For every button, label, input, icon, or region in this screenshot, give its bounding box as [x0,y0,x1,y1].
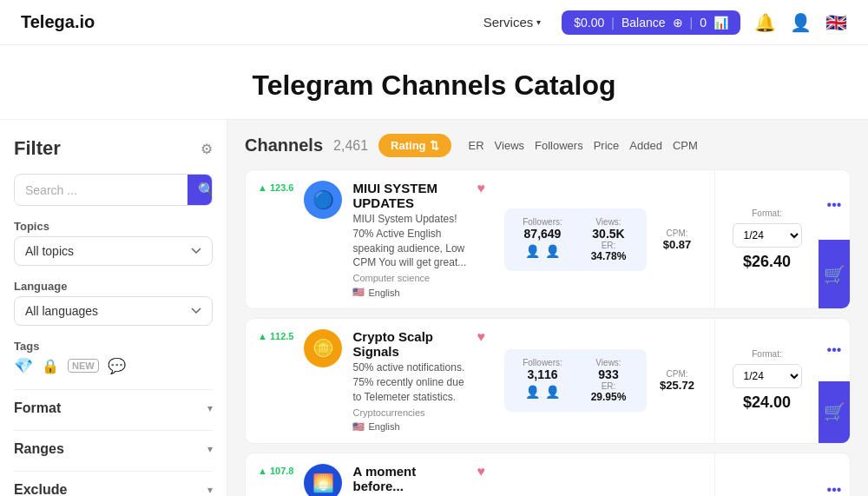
sort-added[interactable]: Added [629,139,662,152]
followers-value: 3,116 [527,367,557,381]
more-options-button[interactable]: ••• [819,453,850,496]
channel-card: ▲ 112.5 🪙 Crypto Scalp Signals 50% activ… [245,318,851,443]
sort-options: ER Views Followers Price Added CPM [469,139,698,152]
lang-text: English [368,421,399,432]
channel-rank: ▲ 107.8 [258,464,293,476]
format-label: Format: [752,349,781,359]
language-label: Language [14,280,213,293]
sort-er[interactable]: ER [469,139,484,152]
er-label: ER: [602,241,616,250]
stat-icons: 👤 👤 [525,244,560,258]
content-area: Channels 2,461 Rating ⇅ ER Views Followe… [227,120,868,496]
cpm-value: $25.72 [660,379,694,392]
channel-format: Format: 1/24 $29.99 [714,453,819,496]
main-layout: Filter ⚙ 🔍 Topics All topics Language Al… [0,120,868,496]
search-input[interactable] [15,176,187,204]
page-title: Telegram Channels Catalog [0,69,868,102]
channel-avatar: 🔵 [304,181,342,219]
channel-actions: ••• 🛒 [819,170,850,308]
views-value: 933 [598,367,618,381]
lock-tag-icon[interactable]: 🔒 [42,358,59,374]
channel-card: ▲ 107.8 🌅 A moment before... Limited 30%… [245,453,851,496]
stats-group: Followers: 3,116 👤 👤 Views: 933 ER: 29.9… [504,349,647,412]
followers-label: Followers: [523,358,562,367]
channel-avatar: 🪙 [304,329,342,367]
channel-desc: 50% active notifications. 75% recently o… [352,360,466,404]
search-box: 🔍 [14,174,213,206]
language-dropdown[interactable]: All languages [14,296,213,326]
cpm-label: CPM: [667,369,688,379]
er-value: 29.95% [591,391,627,403]
bell-icon[interactable]: 🔔 [754,12,776,33]
new-tag-badge[interactable]: NEW [68,359,99,373]
filter-header: Filter ⚙ [14,137,213,160]
topics-label: Topics [14,220,213,233]
format-select[interactable]: 1/24 [733,364,802,388]
channel-main: ▲ 112.5 🪙 Crypto Scalp Signals 50% activ… [246,319,497,442]
ranges-chevron-icon: ▾ [207,443,213,455]
favorite-icon[interactable]: ♥ [477,181,486,196]
sort-followers[interactable]: Followers [535,139,583,152]
channel-name: MIUI SYSTEM UPDATES [352,181,466,210]
followers-stat: Followers: 3,116 👤 👤 [516,358,569,399]
topics-dropdown[interactable]: All topics [14,236,213,266]
channel-top: ▲ 123.6 🔵 MIUI SYSTEM UPDATES MIUI Syste… [258,181,485,298]
format-section-title: Format [14,400,61,416]
sort-icon: ⇅ [430,139,439,152]
views-label: Views: [595,358,621,367]
nav-services[interactable]: Services ▾ [483,15,542,30]
balance-plus-icon: ⊕ [673,16,683,30]
header: Telega.io Services ▾ $0.00 | Balance ⊕ |… [0,0,868,45]
channel-stats: Followers: 41,088 👤 👤 Views: 9.9K ER: 24… [497,453,714,496]
add-to-cart-button[interactable]: 🛒 [819,240,850,308]
channel-info: MIUI SYSTEM UPDATES MIUI System Updates!… [352,181,466,298]
balance-button[interactable]: $0.00 | Balance ⊕ | 0 📊 [562,10,740,35]
balance-label: Balance [621,16,666,30]
language-flag-icon[interactable]: 🇬🇧 [825,12,847,33]
format-select[interactable]: 1/24 [733,223,802,248]
channel-avatar: 🌅 [304,464,342,496]
ranges-section-header[interactable]: Ranges ▾ [14,441,213,457]
followers-stat: Followers: 87,649 👤 👤 [516,217,569,258]
content-header: Channels 2,461 Rating ⇅ ER Views Followe… [245,134,851,157]
exclude-section-header[interactable]: Exclude ▾ [14,482,213,496]
user-icon[interactable]: 👤 [790,12,812,33]
cpm-group: CPM: $25.72 [647,360,707,400]
services-label: Services [483,15,534,30]
sort-cpm[interactable]: CPM [673,139,698,152]
stats-group: Followers: 87,649 👤 👤 Views: 30.5K ER: 3… [504,208,647,271]
favorite-icon[interactable]: ♥ [477,464,486,479]
sort-views[interactable]: Views [495,139,524,152]
channel-price: $24.00 [743,393,791,412]
lang-flag-icon: 🇺🇸 [352,287,365,298]
channel-category: Computer science [352,273,466,283]
search-button[interactable]: 🔍 [187,175,213,205]
more-options-button[interactable]: ••• [819,319,850,381]
views-stat: Views: 933 ER: 29.95% [582,358,635,403]
channel-stats: Followers: 3,116 👤 👤 Views: 933 ER: 29.9… [497,319,714,442]
language-section: Language All languages [14,280,213,326]
lang-text: English [368,288,399,298]
channel-price: $26.40 [743,253,791,271]
tags-label: Tags [14,340,213,353]
channels-title: Channels [245,136,323,155]
add-to-cart-button[interactable]: 🛒 [819,381,850,443]
channel-desc: MIUI System Updates! 70% Active English … [352,212,466,270]
filter-title: Filter [14,137,61,160]
chat-tag-icon[interactable]: 💬 [108,357,126,375]
exclude-section-title: Exclude [14,482,67,496]
chart-icon: 📊 [713,16,728,30]
filter-icon[interactable]: ⚙ [201,141,213,157]
channel-name: A moment before... [352,464,466,493]
channel-actions: ••• 🛒 [819,453,850,496]
rating-sort-button[interactable]: Rating ⇅ [378,134,450,157]
female-follower-icon: 👤 [545,244,560,258]
sort-price[interactable]: Price [594,139,620,152]
cpm-group: CPM: $0.87 [647,220,707,260]
format-section-header[interactable]: Format ▾ [14,400,213,416]
channel-format: Format: 1/24 $26.40 [714,170,819,308]
diamond-tag-icon[interactable]: 💎 [14,356,33,375]
favorite-icon[interactable]: ♥ [477,329,486,345]
lang-flag-icon: 🇺🇸 [352,421,365,433]
more-options-button[interactable]: ••• [819,170,850,240]
